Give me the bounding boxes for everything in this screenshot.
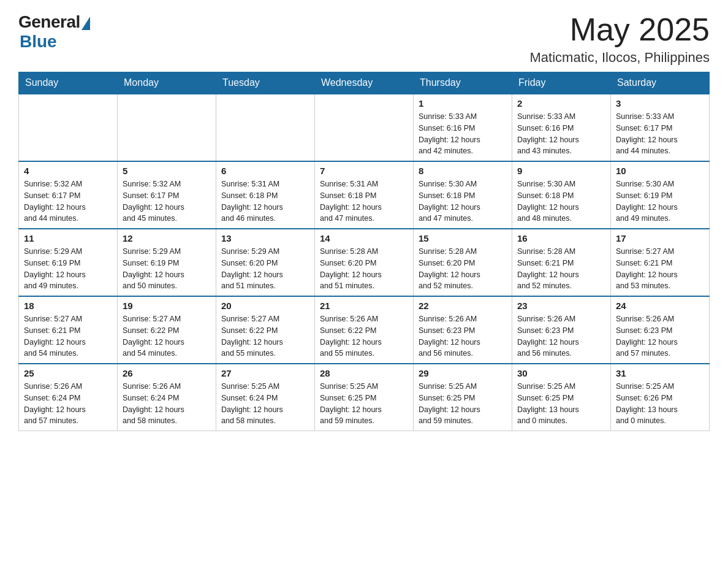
logo-blue-text: Blue <box>20 32 57 52</box>
day-info: Sunrise: 5:31 AM Sunset: 6:18 PM Dayligh… <box>221 178 309 224</box>
day-number: 17 <box>616 233 704 243</box>
day-info: Sunrise: 5:27 AM Sunset: 6:22 PM Dayligh… <box>123 313 211 359</box>
calendar-cell <box>118 94 216 161</box>
day-number: 25 <box>24 368 112 378</box>
calendar-cell: 24Sunrise: 5:26 AM Sunset: 6:23 PM Dayli… <box>611 296 710 364</box>
subtitle: Maticmatic, Ilocos, Philippines <box>530 50 710 66</box>
day-info: Sunrise: 5:25 AM Sunset: 6:25 PM Dayligh… <box>517 381 605 427</box>
calendar-cell: 2Sunrise: 5:33 AM Sunset: 6:16 PM Daylig… <box>512 94 611 161</box>
day-header-saturday: Saturday <box>611 72 710 94</box>
day-info: Sunrise: 5:26 AM Sunset: 6:24 PM Dayligh… <box>24 381 112 427</box>
calendar-cell: 23Sunrise: 5:26 AM Sunset: 6:23 PM Dayli… <box>512 296 611 364</box>
day-info: Sunrise: 5:26 AM Sunset: 6:24 PM Dayligh… <box>123 381 211 427</box>
calendar-cell: 4Sunrise: 5:32 AM Sunset: 6:17 PM Daylig… <box>19 161 118 229</box>
calendar-cell: 20Sunrise: 5:27 AM Sunset: 6:22 PM Dayli… <box>216 296 315 364</box>
calendar-cell: 14Sunrise: 5:28 AM Sunset: 6:20 PM Dayli… <box>315 229 414 296</box>
day-info: Sunrise: 5:26 AM Sunset: 6:23 PM Dayligh… <box>616 313 704 359</box>
day-number: 7 <box>320 166 408 176</box>
calendar-cell: 25Sunrise: 5:26 AM Sunset: 6:24 PM Dayli… <box>19 364 118 431</box>
calendar-cell: 29Sunrise: 5:25 AM Sunset: 6:25 PM Dayli… <box>414 364 512 431</box>
calendar-cell: 9Sunrise: 5:30 AM Sunset: 6:18 PM Daylig… <box>512 161 611 229</box>
day-info: Sunrise: 5:28 AM Sunset: 6:21 PM Dayligh… <box>517 246 605 292</box>
calendar-cell: 16Sunrise: 5:28 AM Sunset: 6:21 PM Dayli… <box>512 229 611 296</box>
day-info: Sunrise: 5:26 AM Sunset: 6:23 PM Dayligh… <box>419 313 507 359</box>
day-header-friday: Friday <box>512 72 611 94</box>
day-info: Sunrise: 5:29 AM Sunset: 6:19 PM Dayligh… <box>24 246 112 292</box>
page-header: General Blue May 2025 Maticmatic, Ilocos… <box>18 12 710 66</box>
day-info: Sunrise: 5:32 AM Sunset: 6:17 PM Dayligh… <box>24 178 112 224</box>
day-info: Sunrise: 5:25 AM Sunset: 6:24 PM Dayligh… <box>221 381 309 427</box>
day-info: Sunrise: 5:30 AM Sunset: 6:19 PM Dayligh… <box>616 178 704 224</box>
calendar-cell: 21Sunrise: 5:26 AM Sunset: 6:22 PM Dayli… <box>315 296 414 364</box>
day-number: 26 <box>123 368 211 378</box>
day-number: 5 <box>123 166 211 176</box>
day-info: Sunrise: 5:33 AM Sunset: 6:16 PM Dayligh… <box>419 111 507 157</box>
day-number: 8 <box>419 166 507 176</box>
day-number: 4 <box>24 166 112 176</box>
calendar-cell: 1Sunrise: 5:33 AM Sunset: 6:16 PM Daylig… <box>414 94 512 161</box>
day-number: 13 <box>221 233 309 243</box>
calendar-cell: 7Sunrise: 5:31 AM Sunset: 6:18 PM Daylig… <box>315 161 414 229</box>
calendar-cell: 11Sunrise: 5:29 AM Sunset: 6:19 PM Dayli… <box>19 229 118 296</box>
day-number: 2 <box>517 98 605 109</box>
day-number: 23 <box>517 301 605 311</box>
calendar-cell: 22Sunrise: 5:26 AM Sunset: 6:23 PM Dayli… <box>414 296 512 364</box>
logo: General Blue <box>18 12 90 52</box>
day-number: 11 <box>24 233 112 243</box>
day-number: 6 <box>221 166 309 176</box>
day-number: 30 <box>517 368 605 378</box>
main-title: May 2025 <box>530 12 710 47</box>
day-info: Sunrise: 5:25 AM Sunset: 6:26 PM Dayligh… <box>616 381 704 427</box>
day-number: 31 <box>616 368 704 378</box>
calendar-cell: 13Sunrise: 5:29 AM Sunset: 6:20 PM Dayli… <box>216 229 315 296</box>
day-number: 14 <box>320 233 408 243</box>
day-info: Sunrise: 5:27 AM Sunset: 6:22 PM Dayligh… <box>221 313 309 359</box>
day-info: Sunrise: 5:28 AM Sunset: 6:20 PM Dayligh… <box>320 246 408 292</box>
day-info: Sunrise: 5:30 AM Sunset: 6:18 PM Dayligh… <box>517 178 605 224</box>
day-number: 18 <box>24 301 112 311</box>
day-header-tuesday: Tuesday <box>216 72 315 94</box>
day-info: Sunrise: 5:25 AM Sunset: 6:25 PM Dayligh… <box>419 381 507 427</box>
day-info: Sunrise: 5:33 AM Sunset: 6:16 PM Dayligh… <box>517 111 605 157</box>
day-number: 24 <box>616 301 704 311</box>
calendar-cell: 10Sunrise: 5:30 AM Sunset: 6:19 PM Dayli… <box>611 161 710 229</box>
calendar-week-4: 18Sunrise: 5:27 AM Sunset: 6:21 PM Dayli… <box>19 296 710 364</box>
day-number: 29 <box>419 368 507 378</box>
day-info: Sunrise: 5:26 AM Sunset: 6:23 PM Dayligh… <box>517 313 605 359</box>
day-info: Sunrise: 5:28 AM Sunset: 6:20 PM Dayligh… <box>419 246 507 292</box>
day-header-wednesday: Wednesday <box>315 72 414 94</box>
day-header-sunday: Sunday <box>19 72 118 94</box>
calendar-cell <box>216 94 315 161</box>
day-info: Sunrise: 5:30 AM Sunset: 6:18 PM Dayligh… <box>419 178 507 224</box>
day-info: Sunrise: 5:32 AM Sunset: 6:17 PM Dayligh… <box>123 178 211 224</box>
calendar-week-5: 25Sunrise: 5:26 AM Sunset: 6:24 PM Dayli… <box>19 364 710 431</box>
day-number: 21 <box>320 301 408 311</box>
day-header-thursday: Thursday <box>414 72 512 94</box>
calendar-table: SundayMondayTuesdayWednesdayThursdayFrid… <box>18 72 710 431</box>
day-number: 19 <box>123 301 211 311</box>
day-number: 22 <box>419 301 507 311</box>
day-number: 28 <box>320 368 408 378</box>
day-number: 15 <box>419 233 507 243</box>
calendar-cell: 12Sunrise: 5:29 AM Sunset: 6:19 PM Dayli… <box>118 229 216 296</box>
calendar-week-2: 4Sunrise: 5:32 AM Sunset: 6:17 PM Daylig… <box>19 161 710 229</box>
day-number: 10 <box>616 166 704 176</box>
calendar-cell <box>315 94 414 161</box>
calendar-cell <box>19 94 118 161</box>
day-info: Sunrise: 5:29 AM Sunset: 6:19 PM Dayligh… <box>123 246 211 292</box>
logo-triangle-icon <box>82 17 90 30</box>
calendar-header-row: SundayMondayTuesdayWednesdayThursdayFrid… <box>19 72 710 94</box>
calendar-cell: 19Sunrise: 5:27 AM Sunset: 6:22 PM Dayli… <box>118 296 216 364</box>
day-number: 9 <box>517 166 605 176</box>
day-info: Sunrise: 5:27 AM Sunset: 6:21 PM Dayligh… <box>24 313 112 359</box>
day-info: Sunrise: 5:27 AM Sunset: 6:21 PM Dayligh… <box>616 246 704 292</box>
calendar-cell: 30Sunrise: 5:25 AM Sunset: 6:25 PM Dayli… <box>512 364 611 431</box>
day-number: 1 <box>419 98 507 109</box>
day-number: 12 <box>123 233 211 243</box>
calendar-cell: 26Sunrise: 5:26 AM Sunset: 6:24 PM Dayli… <box>118 364 216 431</box>
calendar-week-1: 1Sunrise: 5:33 AM Sunset: 6:16 PM Daylig… <box>19 94 710 161</box>
day-number: 16 <box>517 233 605 243</box>
calendar-week-3: 11Sunrise: 5:29 AM Sunset: 6:19 PM Dayli… <box>19 229 710 296</box>
title-section: May 2025 Maticmatic, Ilocos, Philippines <box>530 12 710 66</box>
logo-general-text: General <box>18 12 80 32</box>
